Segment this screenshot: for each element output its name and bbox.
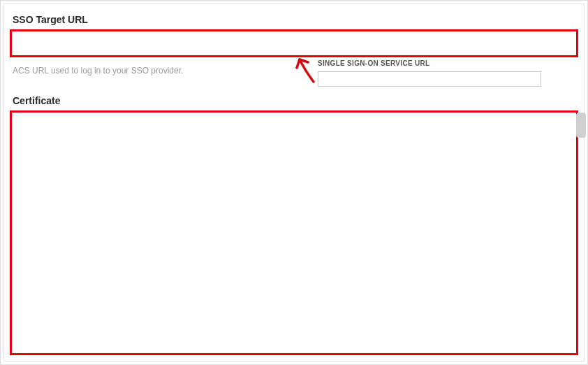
form-panel: SSO Target URL ACS URL used to log in to… [3,3,585,362]
window-frame: SSO Target URL ACS URL used to log in to… [0,0,588,365]
sso-service-url-input[interactable] [318,71,541,87]
sso-service-url-label: SINGLE SIGN-ON SERVICE URL [318,59,555,67]
sso-target-url-label: SSO Target URL [10,10,578,29]
scrollbar-thumb[interactable] [576,113,586,138]
sso-target-url-input[interactable] [10,29,578,57]
certificate-textarea[interactable] [10,110,578,355]
sso-service-url-box: SINGLE SIGN-ON SERVICE URL [318,59,555,87]
